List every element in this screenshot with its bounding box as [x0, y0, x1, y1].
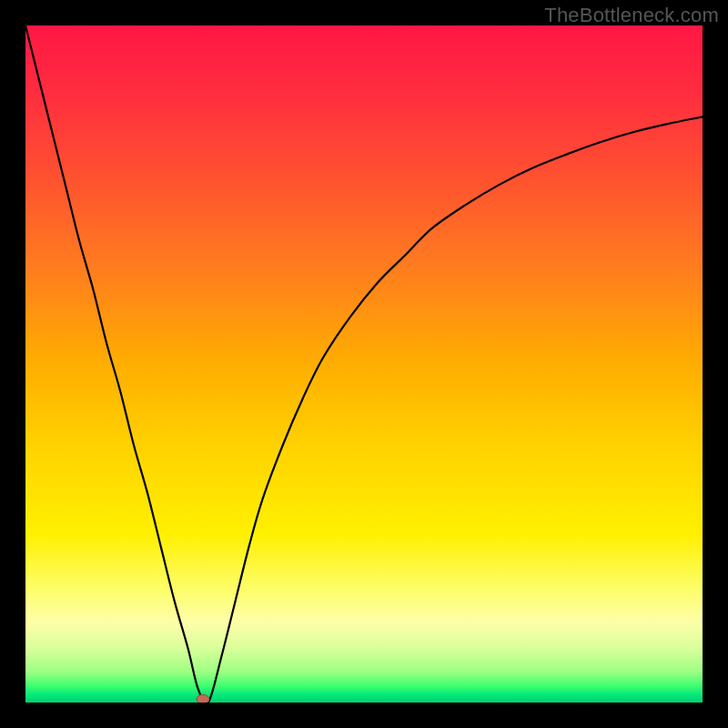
chart-svg — [25, 25, 703, 703]
plot-area — [25, 25, 703, 703]
watermark-text: TheBottleneck.com — [544, 4, 719, 27]
gradient-background — [25, 25, 703, 703]
chart-container: TheBottleneck.com — [0, 0, 728, 728]
optimum-marker — [197, 694, 209, 703]
